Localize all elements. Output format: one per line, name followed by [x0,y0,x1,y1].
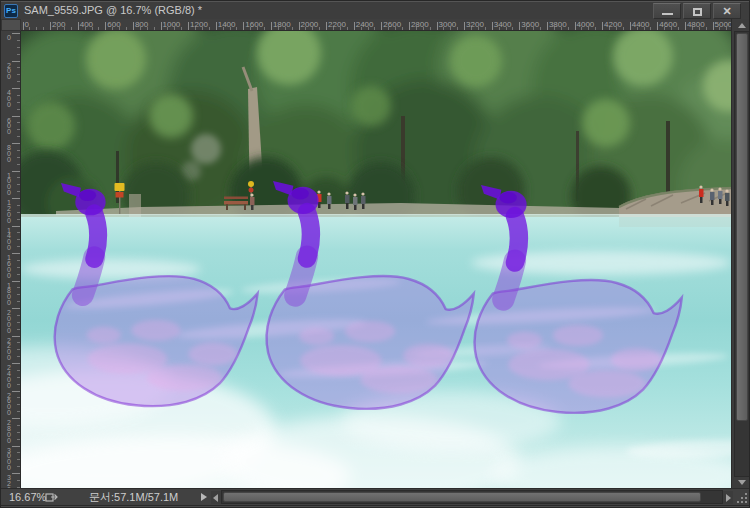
v-ruler-label: 2 2 0 0 [4,338,14,362]
scroll-down-button[interactable] [734,477,750,488]
h-ruler-label: 1800 [273,20,291,29]
h-ruler-label: 3800 [549,20,567,29]
h-ruler-label: 1600 [245,20,263,29]
v-ruler-label: 0 [4,35,14,41]
minimize-button[interactable] [653,3,681,19]
zoom-level-field[interactable]: 16.67% [9,490,46,505]
v-ruler-label: 8 0 0 [4,145,14,163]
h-ruler-label: 4400 [632,20,650,29]
v-ruler-label: 2 0 0 [4,63,14,81]
h-ruler-label: 3200 [466,20,484,29]
scroll-right-button[interactable] [723,491,733,504]
document-size-info: 문서:57.1M/57.1M [89,490,178,505]
v-ruler-label: 2 6 0 0 [4,393,14,417]
status-menu-arrow-icon[interactable] [201,493,207,501]
app-icon-label: Ps [6,6,16,15]
triangle-up-icon [738,23,746,28]
h-ruler-label: 1000 [163,20,181,29]
photoshop-app-icon: Ps [4,4,18,18]
v-ruler-label: 2 8 0 0 [4,420,14,444]
photoshop-document-window: Ps SAM_9559.JPG @ 16.7% (RGB/8) * ✕ 0200… [0,0,750,508]
v-ruler-label: 2 0 0 0 [4,310,14,334]
horizontal-scroll-thumb[interactable] [223,492,701,502]
v-ruler-label: 3 2 0 0 [4,475,14,488]
scroll-up-button[interactable] [734,20,750,31]
v-ruler-label: 1 0 0 0 [4,173,14,197]
h-ruler-label: 4200 [604,20,622,29]
h-ruler-label: 2200 [328,20,346,29]
h-ruler-label: 1400 [218,20,236,29]
v-ruler-label: 1 4 0 0 [4,228,14,252]
v-ruler-label: 1 2 0 0 [4,200,14,224]
h-ruler-label: 2600 [383,20,401,29]
v-ruler-label: 3 0 0 0 [4,448,14,472]
v-ruler-label: 1 6 0 0 [4,255,14,279]
photo-river-swans[interactable] [21,31,731,488]
scroll-left-button[interactable] [211,491,221,504]
triangle-right-icon [726,494,731,502]
vertical-scroll-track[interactable] [734,31,750,477]
vertical-scrollbar[interactable] [731,19,750,488]
h-ruler-label: 4000 [577,20,595,29]
triangle-left-icon [213,494,218,502]
h-ruler-label: 3400 [494,20,512,29]
v-ruler[interactable]: 02 0 04 0 06 0 08 0 01 0 0 01 2 0 01 4 0… [1,31,21,488]
h-ruler-label: 1200 [190,20,208,29]
document-canvas[interactable] [21,31,731,488]
v-ruler-label: 4 0 0 [4,90,14,108]
h-ruler-label: 2400 [356,20,374,29]
maximize-button[interactable] [683,3,711,19]
v-ruler-label: 2 4 0 0 [4,365,14,389]
statusbar: 16.67% 문서:57.1M/57.1M [1,488,750,505]
triangle-down-icon [738,480,746,485]
maximize-icon [693,8,702,16]
h-ruler-label: 2000 [301,20,319,29]
close-icon: ✕ [714,4,740,19]
h-ruler-label: 3600 [521,20,539,29]
titlebar[interactable]: Ps SAM_9559.JPG @ 16.7% (RGB/8) * ✕ [1,1,750,19]
h-ruler-label: 4600 [659,20,677,29]
ruler-corner[interactable] [1,19,21,31]
h-ruler-label: 4800 [687,20,705,29]
minimize-icon [662,13,673,15]
v-ruler-label: 1 8 0 0 [4,283,14,307]
horizontal-scroll-track[interactable] [221,490,723,504]
share-icon[interactable] [45,491,59,505]
vertical-scroll-thumb[interactable] [736,33,748,421]
window-title: SAM_9559.JPG @ 16.7% (RGB/8) * [24,2,202,20]
close-button[interactable]: ✕ [713,3,741,19]
h-ruler-label: 0 [25,20,29,29]
v-ruler-label: 6 0 0 [4,118,14,136]
h-ruler-label: 2800 [411,20,429,29]
h-ruler[interactable]: 0200400600800100012001400160018002000220… [21,19,731,31]
h-ruler-label: 3000 [439,20,457,29]
h-ruler-label: 5000 [715,20,732,29]
